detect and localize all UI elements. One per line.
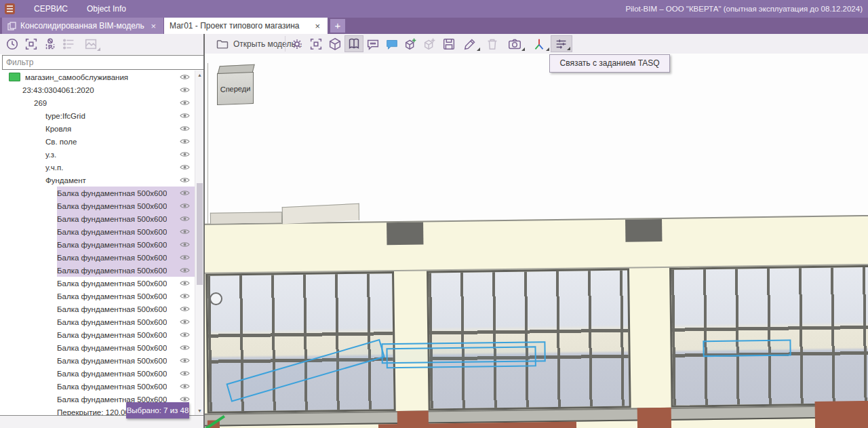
visibility-eye-icon[interactable] <box>180 215 190 222</box>
tree-item-body[interactable]: у.з. <box>45 148 195 161</box>
visibility-eye-icon[interactable] <box>180 112 190 119</box>
tree-item[interactable]: Балка фундаментная 500x600 <box>0 290 195 303</box>
tree-item-body[interactable]: Балка фундаментная 500x600 <box>57 315 195 328</box>
tree-item-body[interactable]: магазин_самообслуживания <box>9 71 195 83</box>
tree-item[interactable]: Балка фундаментная 500x600 <box>0 341 195 354</box>
fit-selection-button[interactable] <box>22 35 41 52</box>
visibility-eye-icon[interactable] <box>180 138 190 145</box>
curtain-wall-section[interactable] <box>669 265 868 408</box>
tree-item-body[interactable]: Балка фундаментная 500x600 <box>57 277 195 290</box>
tree-item[interactable]: у.ч.п. <box>0 161 195 174</box>
filter-input[interactable] <box>2 55 210 70</box>
tree-item-body[interactable]: у.ч.п. <box>45 161 195 174</box>
tree-item[interactable]: магазин_самообслуживания <box>0 71 195 83</box>
tree-item[interactable]: Балка фундаментная 500x600 <box>0 225 195 238</box>
tree-item[interactable]: Балка фундаментная 500x600 <box>0 277 195 290</box>
panel-splitter[interactable] <box>203 34 205 428</box>
tab-project-mag01[interactable]: Маг01 - Проект типового магазина × <box>164 18 328 34</box>
tree-item[interactable]: Балка фундаментная 500x600 <box>0 212 195 225</box>
tab-consolidated-model[interactable]: Консолидированная BIM-модель × <box>2 18 163 34</box>
deselect-button[interactable] <box>41 35 60 52</box>
xyz-axes-button[interactable] <box>528 35 551 52</box>
add-model-button[interactable] <box>401 35 420 52</box>
comment-filled-button[interactable] <box>382 35 401 52</box>
markup-panels-button[interactable] <box>344 35 363 52</box>
tree-item[interactable]: Балка фундаментная 500x600 <box>0 199 195 212</box>
visibility-eye-icon[interactable] <box>180 305 190 313</box>
visibility-eye-icon[interactable] <box>180 189 190 197</box>
visibility-eye-icon[interactable] <box>180 86 190 94</box>
visibility-eye-icon[interactable] <box>180 383 190 390</box>
tree-item-body[interactable]: Балка фундаментная 500x600 <box>57 212 195 225</box>
tree-item[interactable]: 269 <box>0 96 195 109</box>
visibility-eye-icon[interactable] <box>180 318 190 326</box>
new-tab-button[interactable]: + <box>330 19 345 33</box>
visibility-eye-icon[interactable] <box>180 279 190 287</box>
view-cube[interactable]: Спереди <box>216 63 258 106</box>
section-cube-button[interactable] <box>326 35 344 52</box>
tree-item[interactable]: Балка фундаментная 500x600 <box>0 328 195 341</box>
tree-item[interactable]: Кровля <box>0 122 195 135</box>
tree-item-body[interactable]: Балка фундаментная 500x600 <box>57 328 195 341</box>
tree-item[interactable]: Св. поле <box>0 135 195 148</box>
visibility-eye-icon[interactable] <box>180 163 190 171</box>
visibility-eye-icon[interactable] <box>180 370 190 377</box>
save-view-button[interactable] <box>439 35 458 52</box>
visibility-eye-icon[interactable] <box>180 202 190 210</box>
visibility-eye-icon[interactable] <box>180 151 190 158</box>
tree-item[interactable]: Балка фундаментная 500x600 <box>0 264 195 277</box>
visibility-eye-icon[interactable] <box>180 357 190 364</box>
measure-pencil-button[interactable] <box>460 35 481 52</box>
tab-close-icon[interactable]: × <box>149 21 158 31</box>
tree-item[interactable]: Балка фундаментная 500x600 <box>0 238 195 251</box>
tree-item[interactable]: type:IfcGrid <box>0 109 195 122</box>
tree-item[interactable]: Балка фундаментная 500x600 <box>0 251 195 264</box>
visibility-eye-icon[interactable] <box>180 254 190 261</box>
tree-item[interactable]: Балка фундаментная 500x600 <box>0 187 195 199</box>
tree-item[interactable]: у.з. <box>0 148 195 161</box>
tree-item[interactable]: 23:43:0304061:2020 <box>0 83 195 96</box>
visibility-eye-icon[interactable] <box>180 228 190 235</box>
selected-beam-highlight[interactable] <box>703 339 791 357</box>
visibility-eye-icon[interactable] <box>180 241 190 248</box>
menu-service[interactable]: СЕРВИС <box>24 0 77 18</box>
tree-item-body[interactable]: Балка фундаментная 500x600 <box>57 367 195 380</box>
visibility-eye-icon[interactable] <box>180 292 190 300</box>
tree-item-body[interactable]: Кровля <box>45 122 195 135</box>
tree-item-body[interactable]: Балка фундаментная 500x600 <box>57 380 195 393</box>
tree-item-body[interactable]: Балка фундаментная 500x600 <box>57 238 195 251</box>
selected-beam-highlight[interactable] <box>381 341 545 364</box>
tab-close-icon[interactable]: × <box>313 21 322 31</box>
tree-scrollbar[interactable]: ▲ ▼ <box>195 71 204 415</box>
tasq-link-button[interactable] <box>551 35 572 52</box>
history-button[interactable] <box>3 35 22 52</box>
tree-item-body[interactable]: Балка фундаментная 500x600 <box>57 251 195 264</box>
visibility-eye-icon[interactable] <box>180 344 190 351</box>
tree-item-body[interactable]: Балка фундаментная 500x600 <box>57 264 195 277</box>
tree-item-body[interactable]: Балка фундаментная 500x600 <box>57 199 195 212</box>
tree-item-body[interactable]: Балка фундаментная 500x600 <box>57 354 195 367</box>
visibility-eye-icon[interactable] <box>180 331 190 338</box>
tree-item-body[interactable]: type:IfcGrid <box>45 109 195 122</box>
tree-item-body[interactable]: 23:43:0304061:2020 <box>22 83 195 96</box>
camera-button[interactable] <box>503 35 526 52</box>
tree-item-body[interactable]: Балка фундаментная 500x600 <box>57 290 195 303</box>
tree-item-body[interactable]: Балка фундаментная 500x600 <box>57 341 195 354</box>
tree-item-body[interactable]: Балка фундаментная 500x600 <box>57 187 195 199</box>
settings-button[interactable] <box>288 35 307 52</box>
tree-item-body[interactable]: Св. поле <box>45 135 195 148</box>
visibility-eye-icon[interactable] <box>180 73 190 81</box>
tree-item-body[interactable]: Балка фундаментная 500x600 <box>57 225 195 238</box>
tree-item-body[interactable]: Фундамент <box>45 174 195 187</box>
fit-view-button[interactable] <box>307 35 326 52</box>
view-cube-front-face[interactable]: Спереди <box>217 72 254 105</box>
tree-item[interactable]: Балка фундаментная 500x600 <box>0 303 195 315</box>
tree-item[interactable]: Фундамент <box>0 174 195 187</box>
tree-item[interactable]: Балка фундаментная 500x600 <box>0 380 195 393</box>
visibility-eye-icon[interactable] <box>180 176 190 184</box>
tree-item[interactable]: Балка фундаментная 500x600 <box>0 367 195 380</box>
tree-item[interactable]: Балка фундаментная 500x600 <box>0 315 195 328</box>
menu-object-info[interactable]: Object Info <box>77 0 136 18</box>
tree-item[interactable]: Балка фундаментная 500x600 <box>0 354 195 367</box>
tree-item-body[interactable]: Балка фундаментная 500x600 <box>57 303 195 315</box>
